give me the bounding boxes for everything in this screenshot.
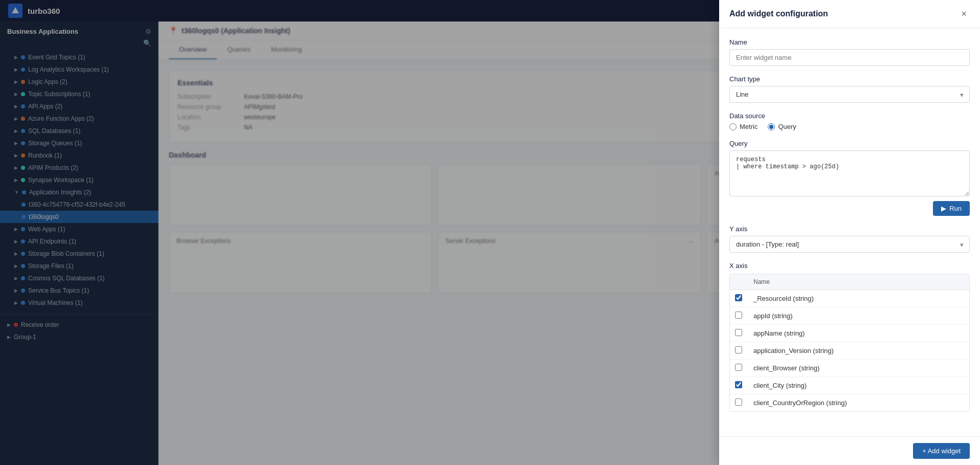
name-label: Name [729,38,970,46]
run-button[interactable]: ▶ Run [933,201,970,216]
row-checkbox-cell [730,377,748,394]
modal-header: Add widget configuration × [719,0,980,28]
table-row: client_City (string) [730,377,969,394]
row-label: client_CountryOrRegion (string) [748,394,969,412]
row-label: _ResourceId (string) [748,290,969,307]
add-widget-modal: Add widget configuration × Name Chart ty… [719,0,980,465]
modal-body: Name Chart type Line Bar Area Pie Data s… [719,28,980,436]
data-source-radio-group: Metric Query [729,123,970,130]
name-input[interactable] [729,49,970,66]
row-checkbox-cell [730,325,748,342]
radio-query[interactable] [768,123,775,130]
modal-title: Add widget configuration [729,9,828,18]
metric-radio-text: Metric [740,123,758,130]
row-checkbox-country[interactable] [735,398,742,406]
chart-type-label: Chart type [729,75,970,83]
table-row: _ResourceId (string) [730,290,969,307]
y-axis-select[interactable]: duration - [Type: real] count - [Type: i… [729,236,970,253]
row-checkbox-appid[interactable] [735,312,742,319]
col-checkbox [730,274,748,290]
row-label: client_City (string) [748,377,969,394]
modal-overlay: Add widget configuration × Name Chart ty… [0,0,980,465]
row-checkbox-resourceid[interactable] [735,294,742,301]
row-checkbox-cell [730,307,748,325]
modal-footer: + Add widget [719,436,980,465]
run-label: Run [949,205,962,212]
row-checkbox-appname[interactable] [735,329,742,336]
table-row: client_CountryOrRegion (string) [730,394,969,412]
row-label: application_Version (string) [748,342,969,360]
x-axis-table: Name _ResourceId (string) [730,274,969,411]
query-radio-text: Query [778,123,796,130]
row-label: client_Browser (string) [748,360,969,377]
modal-close-button[interactable]: × [958,8,970,19]
table-row: appName (string) [730,325,969,342]
y-axis-select-wrapper: duration - [Type: real] count - [Type: i… [729,236,970,253]
x-axis-table-wrapper: Name _ResourceId (string) [729,274,970,412]
row-checkbox-cell [730,360,748,377]
radio-metric-label[interactable]: Metric [729,123,758,130]
query-label: Query [729,140,970,147]
row-label: appName (string) [748,325,969,342]
chart-type-select[interactable]: Line Bar Area Pie [729,86,970,103]
run-btn-row: ▶ Run [729,201,970,216]
name-field-group: Name [729,38,970,66]
run-icon: ▶ [941,205,946,212]
row-checkbox-browser[interactable] [735,364,742,371]
row-checkbox-cell [730,290,748,307]
row-checkbox-appversion[interactable] [735,346,742,353]
query-textarea[interactable]: requests | where timestamp > ago(25d) [729,150,970,196]
x-axis-group: X axis Name [729,262,970,412]
radio-metric[interactable] [729,123,737,130]
row-checkbox-cell [730,394,748,412]
y-axis-group: Y axis duration - [Type: real] count - [… [729,225,970,253]
data-source-group: Data source Metric Query [729,112,970,130]
row-label: appId (string) [748,307,969,325]
row-checkbox-city[interactable] [735,381,742,388]
x-axis-label: X axis [729,262,970,270]
data-source-label: Data source [729,112,970,120]
chart-type-group: Chart type Line Bar Area Pie [729,75,970,103]
col-name-header: Name [748,274,969,290]
table-row: appId (string) [730,307,969,325]
radio-query-label[interactable]: Query [768,123,796,130]
table-row: application_Version (string) [730,342,969,360]
query-group: Query requests | where timestamp > ago(2… [729,140,970,216]
table-row: client_Browser (string) [730,360,969,377]
add-widget-button[interactable]: + Add widget [913,443,970,459]
chart-type-select-wrapper: Line Bar Area Pie [729,86,970,103]
row-checkbox-cell [730,342,748,360]
y-axis-label: Y axis [729,225,970,233]
